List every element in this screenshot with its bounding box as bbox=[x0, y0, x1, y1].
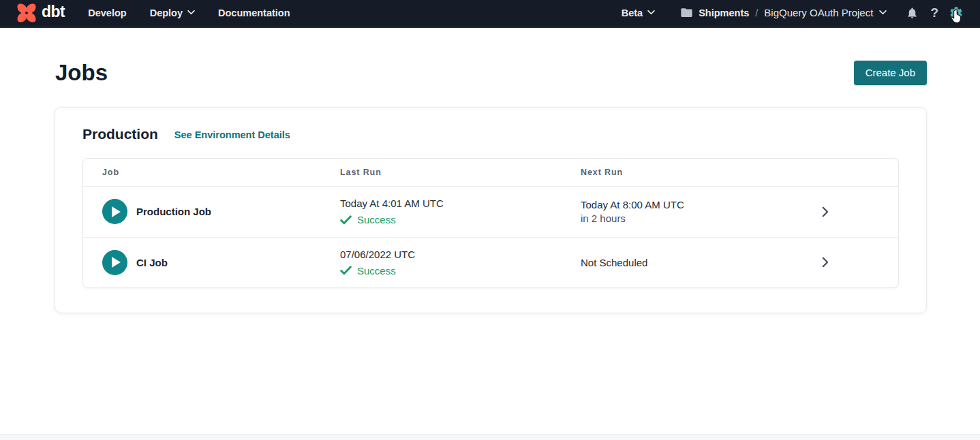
check-icon bbox=[340, 266, 352, 275]
next-run-time: Today At 8:00 AM UTC bbox=[581, 199, 770, 210]
chevron-right-icon bbox=[820, 257, 830, 268]
beta-label: Beta bbox=[622, 7, 643, 18]
breadcrumb-account-label: Shipments bbox=[699, 7, 749, 18]
help-icon: ? bbox=[930, 5, 938, 20]
row-details-button[interactable] bbox=[770, 257, 879, 268]
environment-card: Production See Environment Details Job L… bbox=[55, 107, 927, 313]
nav-left: dbt Develop Deploy Documentation bbox=[16, 3, 290, 23]
chevron-right-icon bbox=[820, 206, 830, 217]
bell-icon bbox=[906, 6, 919, 20]
chevron-down-icon[interactable] bbox=[879, 10, 887, 15]
status-badge: Success bbox=[340, 214, 581, 225]
column-header-next-run: Next Run bbox=[581, 168, 770, 177]
row-details-button[interactable] bbox=[770, 206, 879, 217]
job-name: CI Job bbox=[136, 257, 168, 268]
job-cell: Production Job bbox=[102, 199, 340, 224]
job-name: Production Job bbox=[136, 206, 211, 217]
gear-icon bbox=[949, 5, 964, 20]
dbt-logo-icon bbox=[16, 3, 37, 23]
nav-item-develop[interactable]: Develop bbox=[88, 7, 126, 18]
main-content: Jobs Create Job Production See Environme… bbox=[0, 28, 980, 313]
nav-item-deploy-label: Deploy bbox=[150, 7, 183, 18]
jobs-table-header: Job Last Run Next Run bbox=[83, 159, 898, 187]
settings-button[interactable] bbox=[949, 5, 964, 20]
next-run-cell: Not Scheduled bbox=[581, 257, 770, 268]
play-icon bbox=[112, 206, 121, 217]
page-header: Jobs Create Job bbox=[0, 28, 980, 86]
chevron-down-icon bbox=[647, 10, 655, 15]
nav-right: Beta Shipments / BigQuery OAuth Project bbox=[622, 5, 964, 20]
dbt-logo-text: dbt bbox=[42, 4, 65, 22]
page-title: Jobs bbox=[55, 60, 108, 86]
chevron-down-icon bbox=[187, 10, 195, 15]
status-label: Success bbox=[357, 265, 396, 277]
status-badge: Success bbox=[340, 265, 581, 277]
dbt-logo[interactable]: dbt bbox=[16, 3, 65, 23]
job-cell: CI Job bbox=[102, 250, 340, 275]
column-header-job: Job bbox=[102, 168, 340, 177]
jobs-table: Job Last Run Next Run Production Job Tod… bbox=[82, 158, 899, 288]
breadcrumb: Shipments / BigQuery OAuth Project bbox=[681, 7, 887, 18]
breadcrumb-project[interactable]: BigQuery OAuth Project bbox=[764, 7, 873, 18]
beta-dropdown[interactable]: Beta bbox=[622, 7, 655, 18]
notifications-button[interactable] bbox=[906, 6, 919, 20]
last-run-cell: 07/06/2022 UTC Success bbox=[340, 249, 581, 277]
help-button[interactable]: ? bbox=[930, 5, 938, 20]
top-nav: dbt Develop Deploy Documentation Beta bbox=[0, 0, 980, 28]
environment-header: Production See Environment Details bbox=[82, 126, 899, 142]
last-run-time: 07/06/2022 UTC bbox=[340, 249, 581, 260]
check-icon bbox=[340, 215, 352, 225]
next-run-note: in 2 hours bbox=[581, 213, 770, 224]
see-environment-details-link[interactable]: See Environment Details bbox=[174, 129, 290, 140]
nav-item-deploy[interactable]: Deploy bbox=[150, 7, 195, 18]
last-run-time: Today At 4:01 AM UTC bbox=[340, 198, 581, 209]
next-run-time: Not Scheduled bbox=[581, 257, 770, 268]
table-row[interactable]: Production Job Today At 4:01 AM UTC Succ… bbox=[83, 187, 898, 237]
environment-name: Production bbox=[82, 126, 158, 142]
primary-nav: Develop Deploy Documentation bbox=[88, 7, 290, 18]
next-run-cell: Today At 8:00 AM UTC in 2 hours bbox=[581, 199, 770, 224]
bottom-strip bbox=[0, 434, 980, 440]
run-job-button[interactable] bbox=[102, 250, 127, 275]
breadcrumb-separator: / bbox=[755, 7, 758, 18]
breadcrumb-account[interactable]: Shipments bbox=[681, 7, 749, 18]
nav-item-documentation[interactable]: Documentation bbox=[218, 7, 290, 18]
play-icon bbox=[112, 257, 121, 268]
run-job-button[interactable] bbox=[102, 199, 127, 224]
column-header-last-run: Last Run bbox=[340, 168, 581, 177]
table-row[interactable]: CI Job 07/06/2022 UTC Success Not Schedu… bbox=[83, 237, 898, 287]
last-run-cell: Today At 4:01 AM UTC Success bbox=[340, 198, 581, 225]
folder-icon bbox=[681, 7, 692, 18]
create-job-button[interactable]: Create Job bbox=[854, 61, 927, 85]
status-label: Success bbox=[357, 214, 396, 225]
